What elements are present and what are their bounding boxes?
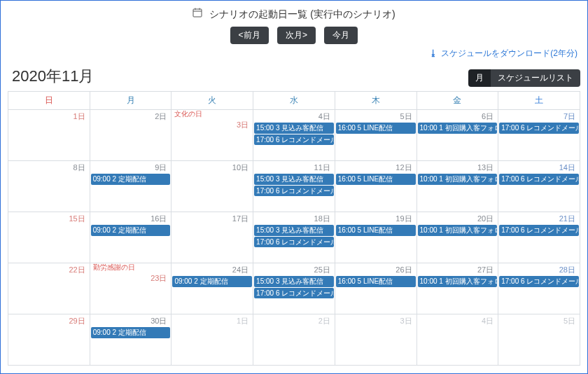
- day-number: 5日: [335, 110, 416, 122]
- calendar-event[interactable]: 16:00 5 LINE配信: [336, 174, 416, 185]
- calendar-event[interactable]: 17:00 6 レコメンドメール: [499, 276, 579, 287]
- calendar-day[interactable]: 1日: [172, 314, 253, 366]
- calendar-event[interactable]: 16:00 5 LINE配信: [336, 225, 416, 236]
- calendar-day[interactable]: 1日: [8, 110, 90, 161]
- day-number: 27日: [417, 263, 498, 275]
- calendar-day[interactable]: 19日16:00 5 LINE配信: [335, 212, 416, 263]
- view-toggle-list[interactable]: スケジュールリスト: [491, 69, 580, 87]
- calendar-event[interactable]: 09:00 2 定期配信: [91, 327, 171, 338]
- calendar-event[interactable]: 10:00 1 初回購入客フォロー: [418, 174, 498, 185]
- day-number: 15日: [8, 212, 90, 224]
- calendar-day[interactable]: 4日: [416, 314, 498, 366]
- calendar-event[interactable]: 09:00 2 定期配信: [91, 225, 171, 236]
- calendar-day[interactable]: 17日: [172, 212, 253, 263]
- calendar-day[interactable]: 5日: [498, 314, 580, 366]
- view-toggle: 月 スケジュールリスト: [468, 69, 580, 87]
- calendar-event[interactable]: 15:00 3 見込み客配信: [254, 225, 334, 236]
- day-number: 18日: [253, 212, 335, 224]
- calendar-day[interactable]: 2日: [253, 314, 335, 366]
- calendar-event[interactable]: 10:00 1 初回購入客フォロー: [418, 276, 498, 287]
- calendar-day[interactable]: 29日: [8, 314, 90, 366]
- day-number: 1日: [172, 314, 253, 326]
- day-number: 4日: [417, 314, 498, 326]
- calendar-day[interactable]: 文化の日3日: [172, 110, 253, 161]
- day-number: 17日: [172, 212, 253, 224]
- month-header-row: 2020年11月 月 スケジュールリスト: [8, 66, 580, 87]
- day-number: 29日: [8, 314, 90, 326]
- calendar-day[interactable]: 12日16:00 5 LINE配信: [335, 161, 416, 212]
- calendar-day[interactable]: 15日: [8, 212, 90, 263]
- day-number: 26日: [335, 263, 416, 275]
- holiday-name: 勤労感謝の日: [90, 263, 172, 272]
- calendar-event[interactable]: 17:00 6 レコメンドメール: [499, 225, 579, 236]
- calendar-event[interactable]: 10:00 1 初回購入客フォロー: [418, 225, 498, 236]
- calendar-day[interactable]: 10日: [172, 161, 253, 212]
- prev-month-button[interactable]: <前月: [230, 27, 269, 44]
- calendar-day[interactable]: 9日09:00 2 定期配信: [90, 161, 172, 212]
- today-button[interactable]: 今月: [324, 27, 358, 44]
- page-title: シナリオの起動日一覧 (実行中のシナリオ): [209, 8, 395, 20]
- calendar-week: 1日2日文化の日3日4日15:00 3 見込み客配信17:00 6 レコメンドメ…: [8, 110, 580, 161]
- calendar-day[interactable]: 勤労感謝の日23日: [90, 263, 172, 314]
- day-number: 13日: [417, 161, 498, 173]
- calendar-day[interactable]: 4日15:00 3 見込み客配信17:00 6 レコメンドメール: [253, 110, 335, 161]
- calendar-week: 15日16日09:00 2 定期配信17日18日15:00 3 見込み客配信17…: [8, 212, 580, 263]
- day-number: 4日: [253, 110, 335, 122]
- day-number: 7日: [498, 110, 580, 122]
- calendar-day[interactable]: 21日17:00 6 レコメンドメール: [498, 212, 580, 263]
- calendar-day[interactable]: 11日15:00 3 見込み客配信17:00 6 レコメンドメール: [253, 161, 335, 212]
- calendar-day[interactable]: 18日15:00 3 見込み客配信17:00 6 レコメンドメール: [253, 212, 335, 263]
- calendar-event[interactable]: 15:00 3 見込み客配信: [254, 276, 334, 287]
- dow-header: 日: [8, 92, 90, 110]
- calendar-day[interactable]: 8日: [8, 161, 90, 212]
- day-number: 24日: [172, 263, 253, 275]
- holiday-name: 文化の日: [172, 110, 253, 118]
- calendar-event[interactable]: 09:00 2 定期配信: [91, 174, 171, 185]
- download-icon: ⭳: [429, 48, 438, 58]
- calendar-day[interactable]: 5日16:00 5 LINE配信: [335, 110, 416, 161]
- next-month-button[interactable]: 次月>: [277, 27, 316, 44]
- calendar-day[interactable]: 14日17:00 6 レコメンドメール: [498, 161, 580, 212]
- day-number: 30日: [90, 314, 172, 326]
- calendar-event[interactable]: 17:00 6 レコメンドメール: [499, 174, 579, 185]
- dow-header: 月: [90, 92, 172, 110]
- view-toggle-month[interactable]: 月: [468, 69, 491, 87]
- calendar-day[interactable]: 7日17:00 6 レコメンドメール: [498, 110, 580, 161]
- download-schedule-link[interactable]: ⭳ スケジュールをダウンロード(2年分): [429, 48, 578, 60]
- calendar-day[interactable]: 13日10:00 1 初回購入客フォロー: [416, 161, 498, 212]
- calendar-day[interactable]: 16日09:00 2 定期配信: [90, 212, 172, 263]
- day-number: 20日: [417, 212, 498, 224]
- day-number: 9日: [90, 161, 172, 173]
- calendar-event[interactable]: 16:00 5 LINE配信: [336, 276, 416, 287]
- calendar-day[interactable]: 22日: [8, 263, 90, 314]
- day-number: 23日: [90, 272, 172, 284]
- calendar-event[interactable]: 16:00 5 LINE配信: [336, 123, 416, 134]
- day-number: 16日: [90, 212, 172, 224]
- dow-row: 日月火水木金土: [8, 92, 580, 110]
- calendar-day[interactable]: 6日10:00 1 初回購入客フォロー: [416, 110, 498, 161]
- calendar-event[interactable]: 17:00 6 レコメンドメール: [254, 134, 334, 146]
- calendar-event[interactable]: 17:00 6 レコメンドメール: [254, 288, 334, 299]
- day-number: 28日: [498, 263, 580, 275]
- calendar-day[interactable]: 20日10:00 1 初回購入客フォロー: [416, 212, 498, 263]
- calendar-event[interactable]: 15:00 3 見込み客配信: [254, 123, 334, 134]
- calendar-event[interactable]: 17:00 6 レコメンドメール: [254, 186, 334, 197]
- calendar-day[interactable]: 28日17:00 6 レコメンドメール: [498, 263, 580, 314]
- calendar-event[interactable]: 17:00 6 レコメンドメール: [254, 237, 334, 248]
- calendar-day[interactable]: 26日16:00 5 LINE配信: [335, 263, 416, 314]
- day-number: 14日: [498, 161, 580, 173]
- calendar-day[interactable]: 27日10:00 1 初回購入客フォロー: [416, 263, 498, 314]
- calendar-event[interactable]: 10:00 1 初回購入客フォロー: [418, 123, 498, 134]
- calendar-day[interactable]: 2日: [90, 110, 172, 161]
- calendar-panel: シナリオの起動日一覧 (実行中のシナリオ) <前月 次月> 今月 ⭳ スケジュー…: [0, 0, 588, 374]
- day-number: 2日: [253, 314, 335, 326]
- calendar-event[interactable]: 15:00 3 見込み客配信: [254, 174, 334, 185]
- calendar-day[interactable]: 24日09:00 2 定期配信: [172, 263, 253, 314]
- calendar-event[interactable]: 17:00 6 レコメンドメール: [499, 123, 579, 134]
- day-number: 25日: [253, 263, 335, 275]
- calendar-event[interactable]: 09:00 2 定期配信: [172, 276, 252, 287]
- calendar-day[interactable]: 25日15:00 3 見込み客配信17:00 6 レコメンドメール: [253, 263, 335, 314]
- calendar-day[interactable]: 30日09:00 2 定期配信: [90, 314, 172, 366]
- day-number: 11日: [253, 161, 335, 173]
- calendar-day[interactable]: 3日: [335, 314, 416, 366]
